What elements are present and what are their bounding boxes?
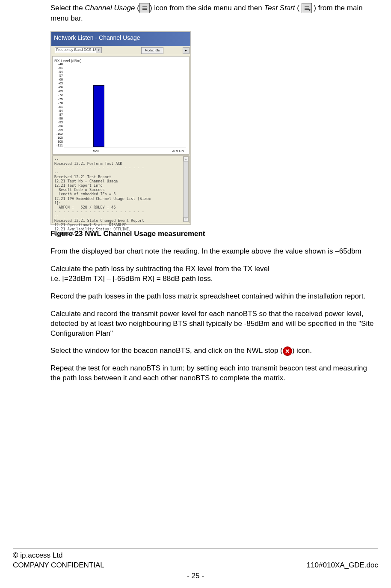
channel-usage-icon <box>139 3 150 13</box>
chart-title: RX Level (dBm) <box>54 58 188 63</box>
chart-axes <box>64 63 186 147</box>
mode-label: Mode: Idle <box>141 47 163 54</box>
footer-page-number: - 25 - <box>13 571 378 581</box>
chevron-down-icon: ▾ <box>96 48 101 53</box>
body-p2: Calculate the path loss by subtracting t… <box>50 264 378 284</box>
body-p6: Repeat the test for each nanoBTS in turn… <box>50 364 378 383</box>
body-p3: Record the path losses in the path loss … <box>50 292 378 301</box>
bar-520 <box>93 85 104 147</box>
footer-docname: 110#010XA_GDE.doc <box>307 561 378 570</box>
page-footer: © ip.access Ltd COMPANY CONFIDENTIAL 110… <box>13 549 378 581</box>
window-titlebar: Network Listen - Channel Usage <box>51 32 190 46</box>
test-start-icon: ▾ <box>302 3 312 13</box>
x-tick-520: 520 <box>93 149 98 154</box>
footer-confidential: COMPANY CONFIDENTIAL <box>13 561 104 570</box>
intro-paragraph: Select the Channel Usage () icon from th… <box>50 3 378 24</box>
footer-copyright: © ip.access Ltd <box>13 551 62 561</box>
window-toolbar: Frequency Band DCS 1800 ▾ Mode: Idle ▸ <box>51 46 190 55</box>
log-panel: -- Received 12.21 Perform Test ACK - - -… <box>52 155 190 223</box>
body-p1: From the displayed bar chart note the re… <box>50 247 378 257</box>
scroll-down-icon[interactable]: ▾ <box>184 217 188 222</box>
log-scrollbar[interactable]: ▴ ▾ <box>183 156 189 222</box>
x-axis-label: ARFCN <box>172 149 184 154</box>
y-axis-labels: -48-51-54-57-60-63-66-69-72-75-78-81-84-… <box>53 63 63 147</box>
scroll-up-icon[interactable]: ▴ <box>184 157 188 161</box>
body-p4: Calculate and record the transmit power … <box>50 309 378 339</box>
band-dropdown[interactable]: Frequency Band DCS 1800 ▾ <box>55 47 102 53</box>
nwl-stop-icon: ✕ <box>283 346 292 356</box>
body-p5: Select the window for the beacon nanoBTS… <box>50 346 378 356</box>
toolbar-scroll-right[interactable]: ▸ <box>183 47 190 54</box>
chart-panel: RX Level (dBm) -48-51-54-57-60-63-66-69-… <box>52 56 190 155</box>
screenshot-window: Network Listen - Channel Usage Frequency… <box>50 31 191 225</box>
log-text: -- Received 12.21 Perform Test ACK - - -… <box>53 156 189 237</box>
